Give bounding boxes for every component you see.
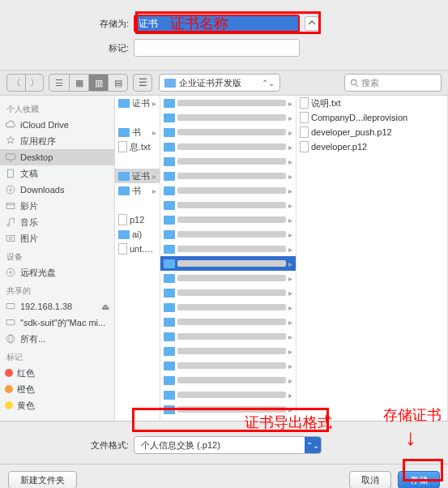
list-item[interactable]: 证书▸: [115, 169, 160, 183]
sidebar-item[interactable]: 远程光盘: [0, 264, 114, 280]
nav-forward-icon[interactable]: 〉: [25, 75, 43, 91]
list-item[interactable]: ▸: [160, 154, 296, 169]
search-input[interactable]: 搜索: [344, 74, 442, 92]
list-item[interactable]: ▸: [160, 285, 296, 300]
item-label: unt.cer: [130, 244, 156, 254]
sidebar-item-label: 文稿: [20, 168, 38, 180]
doc-icon: [300, 126, 309, 138]
save-button[interactable]: 存储: [398, 471, 440, 488]
sidebar-item[interactable]: 应用程序: [0, 133, 114, 149]
sidebar-item[interactable]: 影片: [0, 198, 114, 214]
display-icon: [5, 317, 16, 328]
column-3[interactable]: 说明.txtCompanyD...ileprovisiondeveloper_p…: [297, 96, 448, 421]
desktop-icon: [5, 152, 16, 163]
list-item[interactable]: ▸: [160, 373, 296, 387]
list-item[interactable]: ▸: [160, 96, 296, 110]
nav-back-icon[interactable]: 〈: [7, 75, 25, 91]
sidebar-item-label: iCloud Drive: [20, 120, 69, 130]
path-popup[interactable]: 企业证书开发版 ⌃⌄: [159, 74, 280, 92]
chevron-right-icon: ▸: [152, 99, 156, 108]
sidebar-tag[interactable]: 黄色: [0, 397, 114, 413]
list-item[interactable]: ▸: [160, 198, 296, 212]
list-item[interactable]: ▸: [160, 125, 296, 139]
list-item[interactable]: ▸: [160, 387, 296, 402]
search-placeholder: 搜索: [361, 77, 379, 89]
list-item[interactable]: ▸: [160, 300, 296, 315]
item-label: 说明.txt: [311, 97, 444, 109]
eject-icon[interactable]: ⏏: [101, 302, 109, 312]
column-1[interactable]: 证书▸书▸息.txt证书▸书▸p12ai)unt.cer: [115, 96, 160, 421]
list-item[interactable]: ▸: [160, 329, 296, 344]
view-icon-1[interactable]: ☰: [49, 75, 69, 91]
list-item[interactable]: ▸: [160, 169, 296, 183]
chevron-right-icon: ▸: [288, 274, 292, 283]
sidebar-item[interactable]: 音乐: [0, 214, 114, 230]
list-item[interactable]: developer_push.p12: [297, 125, 447, 139]
sidebar-tag[interactable]: 红色: [0, 365, 114, 381]
list-item[interactable]: ▸: [160, 212, 296, 227]
list-item[interactable]: ▸: [160, 344, 296, 358]
sidebar-tag[interactable]: 橙色: [0, 381, 114, 397]
doc-icon: [300, 112, 309, 123]
sidebar-item-label: 音乐: [20, 216, 38, 229]
list-item[interactable]: ▸: [160, 271, 296, 285]
svg-point-9: [9, 237, 12, 240]
blurred-label: [177, 362, 286, 369]
doc-icon: [300, 141, 309, 152]
saveas-input[interactable]: [134, 15, 300, 32]
nav-back-forward[interactable]: 〈 〉: [6, 74, 44, 92]
cancel-button[interactable]: 取消: [349, 471, 391, 488]
view-icon-4[interactable]: ▤: [108, 75, 127, 91]
sidebar-item[interactable]: Downloads: [0, 182, 114, 198]
list-item[interactable]: ▸: [160, 183, 296, 198]
tags-input[interactable]: [134, 39, 300, 57]
list-item[interactable]: 书▸: [115, 183, 160, 198]
sidebar-item[interactable]: 文稿: [0, 165, 114, 182]
sidebar-item[interactable]: iCloud Drive: [0, 117, 114, 133]
list-item[interactable]: 息.txt: [115, 139, 160, 154]
list-item[interactable]: 证书▸: [115, 96, 160, 110]
blurred-label: [177, 348, 286, 354]
list-item[interactable]: 书▸: [115, 125, 160, 139]
list-item[interactable]: ▸: [160, 315, 296, 329]
sidebar-item[interactable]: 所有...: [0, 331, 114, 347]
expand-toggle[interactable]: [305, 16, 319, 31]
view-icon-2[interactable]: ▦: [69, 75, 88, 91]
format-select[interactable]: 个人信息交换 (.p12) ⌃⌄: [134, 436, 322, 454]
list-item[interactable]: ▸: [160, 242, 296, 256]
list-item[interactable]: ▸: [160, 256, 296, 271]
search-icon: [350, 79, 359, 88]
list-item[interactable]: CompanyD...ileprovision: [297, 110, 447, 125]
doc-icon: [300, 97, 309, 109]
list-item[interactable]: ▸: [160, 402, 296, 417]
sidebar-item[interactable]: 图片: [0, 230, 114, 246]
list-item[interactable]: ▸: [160, 110, 296, 125]
list-item[interactable]: ▸: [160, 139, 296, 154]
list-item[interactable]: ▸: [160, 358, 296, 373]
new-folder-button[interactable]: 新建文件夹: [8, 471, 77, 488]
sidebar-item[interactable]: 192.168.1.38⏏: [0, 298, 114, 315]
tags-label: 标记:: [0, 42, 134, 54]
blurred-label: [177, 216, 286, 223]
list-item[interactable]: p12: [115, 212, 160, 227]
list-item[interactable]: ▸: [160, 227, 296, 242]
folder-icon: [164, 405, 175, 414]
view-columns-icon[interactable]: ▥: [88, 75, 108, 91]
group-icon[interactable]: ☰: [134, 75, 151, 91]
chevron-right-icon: ▸: [288, 113, 292, 122]
sidebar-item[interactable]: Desktop: [0, 149, 114, 165]
blurred-label: [177, 260, 286, 267]
blurred-label: [177, 289, 286, 296]
list-item[interactable]: ai): [115, 227, 160, 242]
folder-icon: [164, 376, 175, 385]
chevron-right-icon: ▸: [288, 216, 292, 225]
column-2[interactable]: ▸▸▸▸▸▸▸▸▸▸▸▸▸▸▸▸▸▸▸▸▸▸: [160, 96, 297, 421]
list-item[interactable]: developer.p12: [297, 139, 447, 154]
list-item[interactable]: unt.cer: [115, 242, 160, 256]
updown-icon: ⌃⌄: [305, 437, 321, 453]
folder-icon: [118, 172, 130, 181]
chevron-right-icon: ▸: [288, 347, 292, 356]
view-mode-segment[interactable]: ☰ ▦ ▥ ▤: [49, 74, 128, 92]
sidebar-item[interactable]: "sdk-suit"的"Mac mi...: [0, 315, 114, 331]
list-item[interactable]: 说明.txt: [297, 96, 447, 110]
